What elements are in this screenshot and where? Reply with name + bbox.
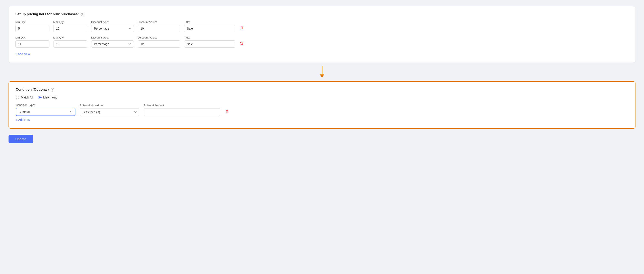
- min-qty-input-2[interactable]: [15, 40, 50, 48]
- pricing-add-new-label: + Add New: [15, 52, 30, 56]
- min-qty-group-1: Min Qty:: [15, 20, 50, 32]
- condition-type-label: Condition Type:: [16, 103, 76, 107]
- condition-info-icon[interactable]: ℹ: [51, 88, 54, 92]
- condition-type-select[interactable]: Subtotal: [16, 108, 76, 116]
- pricing-row-1: Min Qty: Max Qty: Discount type: Percent…: [15, 20, 629, 32]
- update-button-label: Update: [15, 137, 26, 141]
- discount-value-group-1: Discount Value:: [138, 20, 180, 32]
- match-all-label[interactable]: Match All: [16, 96, 33, 99]
- max-qty-group-2: Max Qty:: [53, 36, 87, 48]
- delete-condition-button[interactable]: 🗑: [224, 109, 230, 115]
- subtotal-should-be-group: Subtotal should be: Less then (<) Greate…: [80, 104, 139, 116]
- match-any-radio[interactable]: [38, 96, 42, 99]
- discount-value-input-1[interactable]: [138, 25, 180, 32]
- update-button[interactable]: Update: [8, 135, 33, 143]
- match-any-label[interactable]: Match Any: [38, 96, 57, 99]
- title-input-1[interactable]: [184, 25, 235, 32]
- title-input-2[interactable]: [184, 40, 235, 48]
- condition-type-group: Condition Type: Subtotal: [16, 103, 76, 116]
- match-any-text: Match Any: [43, 96, 57, 99]
- title-label-2: Title:: [184, 36, 235, 39]
- arrow-shaft: [322, 66, 322, 74]
- subtotal-should-be-select[interactable]: Less then (<) Greater then (>) Equal to …: [80, 108, 139, 116]
- discount-value-label-2: Discount Value:: [138, 36, 180, 39]
- title-label-1: Title:: [184, 20, 235, 24]
- min-qty-input-1[interactable]: [15, 25, 50, 32]
- discount-type-label-1: Discount type:: [91, 20, 134, 24]
- max-qty-group-1: Max Qty:: [53, 20, 87, 32]
- discount-type-group-2: Discount type: Percentage Fixed: [91, 36, 134, 48]
- delete-icon-1: 🗑: [240, 25, 244, 30]
- title-group-2: Title:: [184, 36, 235, 48]
- pricing-card-title: Set up pricing tiers for bulk purchases:…: [15, 12, 629, 16]
- subtotal-amount-label: Subtotal Amount:: [144, 104, 220, 107]
- min-qty-label-1: Min Qty:: [15, 20, 50, 24]
- subtotal-should-be-label: Subtotal should be:: [80, 104, 139, 107]
- arrow-head: [320, 74, 324, 78]
- delete-row-2-button[interactable]: 🗑: [239, 40, 245, 46]
- max-qty-input-1[interactable]: [53, 25, 87, 32]
- discount-type-label-2: Discount type:: [91, 36, 134, 39]
- discount-value-input-2[interactable]: [138, 40, 180, 48]
- delete-row-1-button[interactable]: 🗑: [239, 25, 245, 31]
- condition-add-new-button[interactable]: + Add New: [16, 117, 30, 122]
- min-qty-group-2: Min Qty:: [15, 36, 50, 48]
- discount-type-select-1[interactable]: Percentage Fixed: [91, 25, 134, 32]
- max-qty-label-1: Max Qty:: [53, 20, 87, 24]
- condition-row: Condition Type: Subtotal Subtotal should…: [16, 103, 628, 116]
- discount-type-select-2[interactable]: Percentage Fixed: [91, 40, 134, 48]
- discount-value-group-2: Discount Value:: [138, 36, 180, 48]
- delete-condition-icon: 🗑: [226, 109, 229, 114]
- discount-value-label-1: Discount Value:: [138, 20, 180, 24]
- discount-type-group-1: Discount type: Percentage Fixed: [91, 20, 134, 32]
- pricing-tiers-card: Set up pricing tiers for bulk purchases:…: [8, 6, 636, 63]
- min-qty-label-2: Min Qty:: [15, 36, 50, 39]
- title-group-1: Title:: [184, 20, 235, 32]
- match-all-text: Match All: [21, 96, 33, 99]
- subtotal-amount-group: Subtotal Amount:: [144, 104, 220, 116]
- match-all-radio[interactable]: [16, 96, 19, 99]
- max-qty-input-2[interactable]: [53, 40, 87, 48]
- condition-card-title: Condition (Optional) ℹ: [16, 88, 628, 92]
- pricing-info-icon[interactable]: ℹ: [81, 13, 84, 16]
- down-arrow: [320, 66, 324, 78]
- delete-icon-2: 🗑: [240, 41, 244, 45]
- pricing-add-new-button[interactable]: + Add New: [15, 51, 30, 57]
- arrow-connector: [8, 63, 636, 81]
- max-qty-label-2: Max Qty:: [53, 36, 87, 39]
- condition-card: Condition (Optional) ℹ Match All Match A…: [8, 81, 636, 129]
- pricing-row-2: Min Qty: Max Qty: Discount type: Percent…: [15, 36, 629, 48]
- pricing-title-text: Set up pricing tiers for bulk purchases:: [15, 12, 79, 16]
- condition-add-new-label: + Add New: [16, 118, 30, 122]
- condition-title-text: Condition (Optional): [16, 88, 49, 91]
- subtotal-amount-input[interactable]: [144, 108, 220, 116]
- match-radio-group: Match All Match Any: [16, 96, 628, 99]
